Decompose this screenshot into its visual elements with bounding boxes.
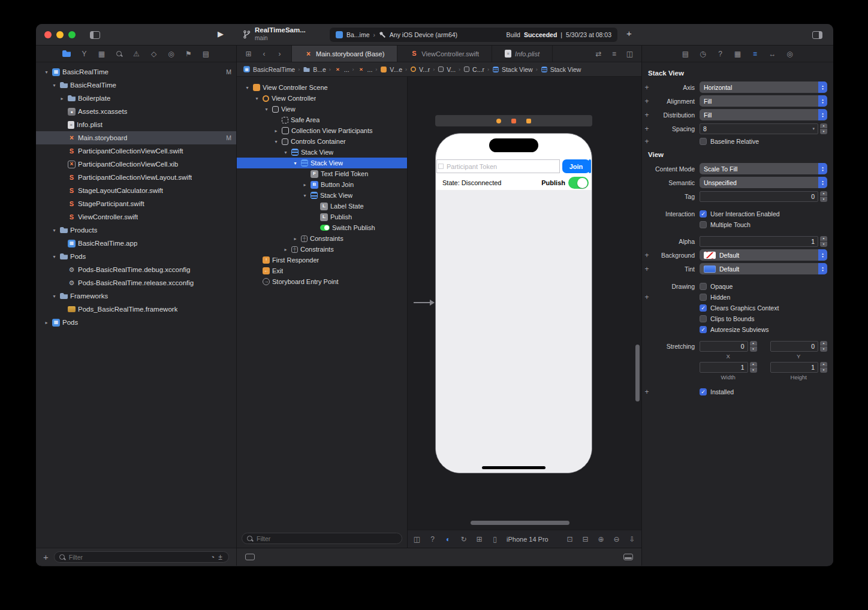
disclosure-chevron[interactable]: ▾ — [292, 161, 299, 166]
tag-stepper[interactable]: ▲▼ — [820, 191, 827, 202]
file-row[interactable]: P​ods-BasicRealTime.debug.xcconfig — [36, 263, 236, 276]
issues-navigator-icon[interactable]: ⚠ — [132, 50, 140, 58]
participant-token-field[interactable] — [436, 159, 560, 173]
file-row[interactable]: StageParticipant.swift — [36, 197, 236, 210]
breadcrumb-item[interactable]: C...r — [463, 66, 484, 73]
run-button[interactable]: ▶ — [218, 29, 224, 38]
toggle-debug-area-button[interactable] — [623, 554, 633, 560]
add-hidden-variation-button[interactable]: + — [642, 293, 652, 301]
file-row[interactable]: Pods-BasicRealTime.release.xcconfig — [36, 276, 236, 289]
tag-field[interactable]: 0 — [700, 191, 818, 202]
spacing-stepper[interactable]: ▲▼ — [820, 123, 827, 134]
outline-row[interactable]: Storyboard Entry Point — [237, 276, 407, 287]
breadcrumb-item[interactable]: BasicRealTime — [243, 65, 295, 73]
help-icon[interactable]: ? — [429, 536, 436, 543]
outline-row[interactable]: First Responder — [237, 255, 407, 265]
tint-popup[interactable]: Default — [700, 263, 827, 274]
disclosure-chevron[interactable]: ▾ — [273, 139, 279, 144]
outline-row[interactable]: ▾View Controller — [237, 93, 407, 104]
installed-checkbox[interactable] — [700, 388, 707, 395]
outline-row[interactable]: ▾Stack View — [237, 158, 407, 168]
file-row[interactable]: ViewController.swift — [36, 210, 236, 224]
breadcrumb-item[interactable]: V... — [438, 66, 456, 73]
file-row[interactable]: Info.plist — [36, 118, 236, 131]
tests-navigator-icon[interactable]: ◇ — [150, 50, 158, 58]
breadcrumb-item[interactable]: ... — [334, 65, 349, 73]
clips-to-bounds-checkbox[interactable] — [700, 315, 707, 322]
disclosure-chevron[interactable]: ▾ — [51, 294, 58, 299]
forward-icon[interactable]: › — [276, 50, 284, 58]
breadcrumb-item[interactable]: V...r — [410, 66, 430, 73]
connections-inspector-icon[interactable]: ◎ — [786, 50, 794, 58]
stretch-height-field[interactable]: 1 — [770, 362, 819, 373]
debug-navigator-icon[interactable]: ◎ — [167, 50, 175, 58]
minimap-icon[interactable]: ≡ — [610, 50, 618, 58]
hidden-checkbox[interactable] — [700, 294, 707, 301]
add-axis-variation-button[interactable]: + — [642, 83, 652, 92]
navigator-filter-field[interactable]: ◔± — [54, 551, 229, 563]
breadcrumb-item[interactable]: Stack View — [492, 66, 533, 73]
outline-row[interactable]: ▸Button Join — [237, 179, 407, 190]
editor-tab[interactable]: Main.storyboard (Base) — [291, 46, 397, 62]
history-inspector-icon[interactable]: ◷ — [699, 50, 707, 58]
background-popup[interactable]: Default — [700, 249, 827, 261]
toggle-outline-button[interactable] — [245, 554, 255, 560]
add-alignment-variation-button[interactable]: + — [642, 97, 652, 105]
editor-pane-icon[interactable]: ◫ — [413, 536, 421, 543]
collection-view-area[interactable] — [436, 190, 592, 473]
add-installed-variation-button[interactable]: + — [642, 388, 652, 396]
scheme-project-area[interactable]: RealTimeSam... main — [243, 26, 306, 42]
clears-graphics-checkbox[interactable] — [700, 304, 707, 312]
semantic-popup[interactable]: Unspecified — [700, 177, 827, 188]
source-control-navigator-icon[interactable]: Y — [80, 50, 88, 58]
canvas-horizontal-scrollbar[interactable] — [471, 521, 569, 525]
stretch-width-field[interactable]: 1 — [700, 362, 748, 373]
breadcrumb-item[interactable]: ... — [357, 65, 373, 73]
add-background-variation-button[interactable]: + — [642, 251, 652, 259]
zoom-selection-icon[interactable]: ⊡ — [566, 536, 574, 543]
fit-canvas-icon[interactable]: ⊟ — [581, 536, 589, 543]
autoresize-checkbox[interactable] — [700, 326, 707, 333]
device-bezels-icon[interactable]: ◐ — [444, 536, 452, 543]
disclosure-chevron[interactable]: ▸ — [302, 182, 308, 188]
spacing-field[interactable]: 8 ▾ — [700, 123, 818, 134]
activity-status-bar[interactable]: Ba...ime › Any iOS Device (arm64) Build … — [330, 28, 617, 42]
add-tint-variation-button[interactable]: + — [642, 265, 652, 273]
breakpoints-navigator-icon[interactable]: ⚑ — [185, 50, 192, 58]
publish-switch[interactable] — [568, 177, 589, 189]
add-spacing-variation-button[interactable]: + — [642, 125, 652, 133]
outline-row[interactable]: ▸Collection View Participants — [237, 125, 407, 136]
zoom-out-icon[interactable]: ⊖ — [613, 536, 620, 543]
outline-row[interactable]: ▾Stack View — [237, 147, 407, 158]
navigator-filter-input[interactable] — [69, 554, 206, 561]
outline-filter-field[interactable] — [242, 533, 402, 544]
file-row[interactable]: ParticipantCollectionViewLayout.swift — [36, 171, 236, 184]
multiple-touch-checkbox[interactable] — [700, 221, 707, 228]
outline-row[interactable]: ▾View Controller Scene — [237, 82, 407, 93]
disclosure-chevron[interactable]: ▾ — [302, 193, 308, 198]
file-row[interactable]: ▾BasicRealTimeM — [36, 65, 236, 78]
stretch-height-stepper[interactable]: ▲▼ — [820, 362, 827, 373]
disclosure-chevron[interactable]: ▾ — [51, 83, 58, 88]
add-editor-icon[interactable]: ◫ — [626, 50, 634, 58]
attributes-inspector-icon[interactable]: ≡ — [751, 50, 759, 58]
outline-filter-input[interactable] — [257, 535, 397, 542]
alpha-field[interactable]: 1 — [700, 236, 818, 247]
zoom-in-icon[interactable]: ⊕ — [597, 536, 605, 543]
user-interaction-checkbox[interactable] — [700, 210, 707, 218]
outline-row[interactable]: Label State — [237, 201, 407, 212]
join-button[interactable]: Join — [562, 159, 590, 173]
file-row[interactable]: ParticipantCollectionViewCell.swift — [36, 144, 236, 158]
add-distribution-variation-button[interactable]: + — [642, 111, 652, 119]
size-inspector-icon[interactable]: ↔ — [768, 50, 776, 58]
file-row[interactable]: ▾Products — [36, 224, 236, 237]
file-row[interactable]: StageLayoutCalculator.swift — [36, 184, 236, 197]
minimize-window-button[interactable] — [56, 31, 64, 38]
file-row[interactable]: Assets.xcassets — [36, 105, 236, 118]
state-label[interactable]: State: Disconnected — [442, 179, 501, 186]
code-review-icon[interactable]: ⇄ — [595, 50, 602, 58]
file-row[interactable]: Main.storyboardM — [36, 131, 236, 144]
scm-filter-icon[interactable]: ± — [216, 554, 224, 561]
file-row[interactable]: ▾Frameworks — [36, 289, 236, 303]
outline-row[interactable]: ▸Constraints — [237, 233, 407, 244]
